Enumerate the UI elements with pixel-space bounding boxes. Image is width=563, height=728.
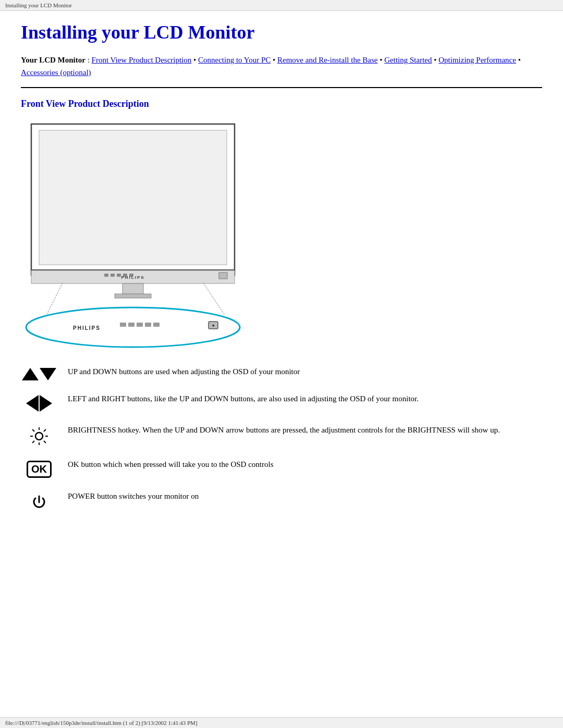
intro-separator: :: [85, 56, 92, 64]
nav-link-front-view[interactable]: Front View Product Description: [92, 56, 192, 64]
svg-rect-4: [104, 274, 108, 277]
svg-rect-12: [115, 294, 151, 298]
leftright-icon: [21, 393, 57, 412]
bullet-2: •: [271, 56, 277, 64]
svg-rect-9: [219, 273, 227, 279]
power-row: POWER button switches your monitor on: [21, 490, 542, 512]
brightness-row: BRIGHTNESS hotkey. When the UP and DOWN …: [21, 424, 542, 446]
bullet-4: •: [432, 56, 438, 64]
power-description: POWER button switches your monitor on: [68, 490, 542, 502]
monitor-illustration: PHILIPS PHILIPS ■: [21, 119, 250, 350]
bullet-5: •: [516, 56, 521, 64]
nav-link-remove[interactable]: Remove and Re-install the Base: [277, 56, 377, 64]
triangle-down-icon: [40, 368, 56, 380]
power-icon: [29, 492, 49, 512]
nav-link-accessories[interactable]: Accessories (optional): [21, 68, 91, 77]
svg-point-24: [35, 433, 43, 440]
nav-paragraph: Your LCD Monitor : Front View Product De…: [21, 54, 542, 79]
svg-rect-20: [145, 323, 151, 327]
updown-description: UP and DOWN buttons are used when adjust…: [68, 366, 542, 378]
svg-point-15: [26, 307, 240, 347]
section-title: Front View Product Description: [21, 98, 542, 109]
svg-line-30: [44, 441, 46, 443]
svg-line-29: [32, 429, 34, 431]
nav-link-getting-started[interactable]: Getting Started: [384, 56, 432, 64]
browser-title-text: Installing your LCD Monitor: [5, 2, 72, 8]
bullet-1: •: [191, 56, 198, 64]
brightness-description: BRIGHTNESS hotkey. When the UP and DOWN …: [68, 424, 542, 436]
svg-rect-19: [137, 323, 143, 327]
triangle-right-icon: [40, 395, 52, 412]
leftright-row: LEFT and RIGHT buttons, like the UP and …: [21, 393, 542, 412]
intro-label: Your LCD Monitor: [21, 56, 85, 64]
svg-line-31: [44, 429, 46, 431]
power-icon-cell: [21, 490, 57, 512]
ok-description: OK button which when pressed will take y…: [68, 459, 542, 471]
svg-rect-17: [120, 323, 126, 327]
svg-line-14: [203, 283, 224, 314]
svg-rect-21: [153, 323, 160, 327]
page-title: Installing your LCD Monitor: [21, 21, 542, 43]
nav-link-connecting[interactable]: Connecting to Your PC: [198, 56, 271, 64]
updown-icon: [21, 366, 57, 380]
svg-rect-1: [39, 130, 227, 265]
brightness-icon: [21, 424, 57, 446]
svg-rect-6: [117, 274, 121, 277]
sun-icon: [29, 426, 49, 446]
svg-rect-11: [123, 283, 143, 294]
svg-line-32: [32, 441, 34, 443]
svg-rect-5: [111, 274, 115, 277]
svg-line-13: [47, 283, 63, 314]
svg-rect-18: [128, 323, 134, 327]
browser-title-bar: Installing your LCD Monitor: [0, 0, 563, 11]
bullet-3: •: [377, 56, 384, 64]
svg-text:PHILIPS: PHILIPS: [121, 275, 144, 280]
monitor-diagram-svg: PHILIPS PHILIPS ■: [21, 119, 250, 348]
triangle-left-icon: [26, 395, 39, 412]
svg-text:■: ■: [212, 324, 214, 327]
ok-icon: OK: [27, 461, 52, 478]
section-divider: [21, 87, 542, 88]
leftright-description: LEFT and RIGHT buttons, like the UP and …: [68, 393, 542, 405]
ok-row: OK OK button which when pressed will tak…: [21, 459, 542, 478]
nav-link-optimizing[interactable]: Optimizing Performance: [438, 56, 516, 64]
svg-text:PHILIPS: PHILIPS: [73, 325, 101, 331]
triangle-up-icon: [22, 368, 39, 380]
updown-row: UP and DOWN buttons are used when adjust…: [21, 366, 542, 380]
page-content: Installing your LCD Monitor Your LCD Mon…: [0, 11, 563, 546]
ok-icon-cell: OK: [21, 459, 57, 478]
